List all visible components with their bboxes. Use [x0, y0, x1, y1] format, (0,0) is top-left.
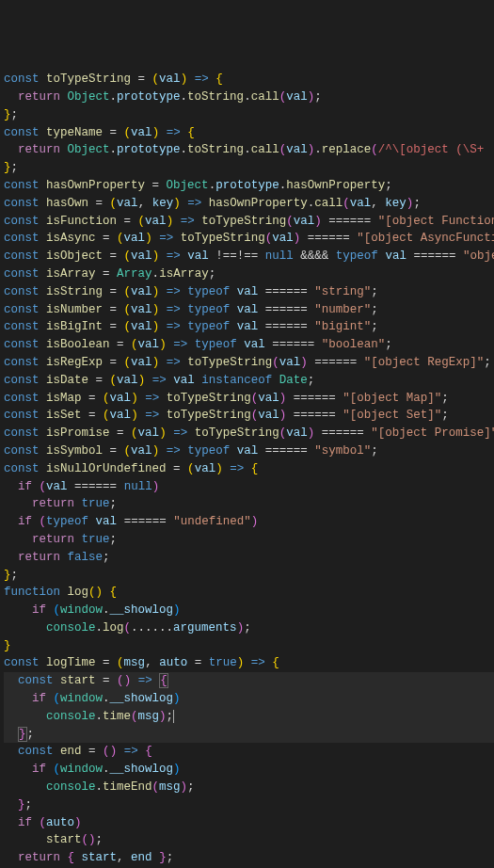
code-line[interactable]: };	[4, 159, 494, 177]
code-line[interactable]: const isString = (val) => typeof val ===…	[4, 283, 494, 301]
code-line[interactable]: const start = () => {	[4, 672, 494, 690]
code-line[interactable]: const hasOwn = (val, key) => hasOwnPrope…	[4, 195, 494, 213]
code-line[interactable]: const isBigInt = (val) => typeof val ===…	[4, 318, 494, 336]
code-line[interactable]: return { start, end };	[4, 849, 494, 867]
code-line[interactable]: if (auto)	[4, 814, 494, 832]
code-line[interactable]: const isSet = (val) => toTypeString(val)…	[4, 407, 494, 425]
code-line[interactable]: if (typeof val ====== "undefined")	[4, 513, 494, 531]
code-editor[interactable]: const toTypeString = (val) => { return O…	[4, 71, 494, 868]
code-line[interactable]: const isAsync = (val) => toTypeString(va…	[4, 230, 494, 248]
code-line[interactable]: const hasOwnProperty = Object.prototype.…	[4, 177, 494, 195]
code-line[interactable]: return false;	[4, 549, 494, 567]
code-line[interactable]: };	[4, 726, 494, 744]
code-line[interactable]: const isRegExp = (val) => toTypeString(v…	[4, 354, 494, 372]
code-line[interactable]: return true;	[4, 495, 494, 513]
code-line[interactable]: if (window.__showlog)	[4, 690, 494, 708]
code-line[interactable]: };	[4, 106, 494, 124]
code-line[interactable]: const isNumber = (val) => typeof val ===…	[4, 301, 494, 319]
code-line[interactable]: if (window.__showlog)	[4, 761, 494, 779]
code-line[interactable]: };	[4, 796, 494, 814]
code-line[interactable]: const isPromise = (val) => toTypeString(…	[4, 425, 494, 442]
code-line[interactable]: const isDate = (val) => val instanceof D…	[4, 372, 494, 390]
code-line[interactable]: function log() {	[4, 584, 494, 602]
code-line[interactable]: start();	[4, 831, 494, 849]
code-line[interactable]: const isObject = (val) => val !==!== nul…	[4, 248, 494, 265]
code-line[interactable]: const typeName = (val) => {	[4, 124, 494, 142]
code-line[interactable]: return true;	[4, 531, 494, 549]
code-line[interactable]: console.time(msg);	[4, 708, 494, 726]
code-line[interactable]: const logTime = (msg, auto = true) => {	[4, 654, 494, 672]
code-line[interactable]: const isSymbol = (val) => typeof val ===…	[4, 442, 494, 460]
code-line[interactable]: console.log(......arguments);	[4, 619, 494, 637]
code-line[interactable]: const isBoolean = (val) => typeof val ==…	[4, 336, 494, 354]
code-line[interactable]: const isMap = (val) => toTypeString(val)…	[4, 390, 494, 408]
code-line[interactable]: const isArray = Array.isArray;	[4, 265, 494, 283]
code-line[interactable]: console.timeEnd(msg);	[4, 779, 494, 796]
code-line[interactable]: const end = () => {	[4, 743, 494, 761]
code-line[interactable]: if (val ====== null)	[4, 478, 494, 496]
code-line[interactable]: };	[4, 567, 494, 585]
code-line[interactable]: const isFunction = (val) => toTypeString…	[4, 213, 494, 231]
code-line[interactable]: if (window.__showlog)	[4, 602, 494, 619]
code-line[interactable]: }	[4, 637, 494, 655]
code-line[interactable]: return Object.prototype.toString.call(va…	[4, 88, 494, 106]
code-line[interactable]: return Object.prototype.toString.call(va…	[4, 141, 494, 159]
code-line[interactable]: const isNullOrUndefined = (val) => {	[4, 460, 494, 478]
code-line[interactable]: const toTypeString = (val) => {	[4, 71, 494, 88]
